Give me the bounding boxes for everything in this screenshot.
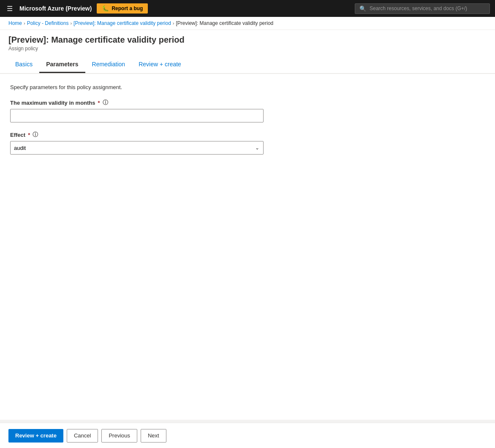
- effect-group: Effect * ⓘ audit deny disabled ⌄: [10, 131, 485, 155]
- app-title: Microsoft Azure (Preview): [19, 5, 92, 12]
- tab-review-create[interactable]: Review + create: [132, 57, 188, 73]
- max-validity-required: *: [98, 100, 100, 106]
- max-validity-label: The maximum validity in months * ⓘ: [10, 99, 485, 106]
- breadcrumb-preview-manage[interactable]: [Preview]: Manage certificate validity p…: [73, 20, 171, 26]
- topbar: ☰ Microsoft Azure (Preview) 🐛 Report a b…: [0, 0, 495, 17]
- effect-label: Effect * ⓘ: [10, 131, 485, 138]
- tab-parameters[interactable]: Parameters: [39, 57, 85, 73]
- bug-icon: 🐛: [102, 5, 109, 12]
- breadcrumb-policy-definitions[interactable]: Policy - Definitions: [27, 20, 69, 26]
- main-content: Specify parameters for this policy assig…: [0, 73, 495, 420]
- form-description: Specify parameters for this policy assig…: [10, 84, 485, 90]
- effect-info-icon[interactable]: ⓘ: [33, 131, 38, 138]
- max-validity-input[interactable]: [10, 109, 264, 122]
- tab-basics[interactable]: Basics: [8, 57, 39, 73]
- max-validity-group: The maximum validity in months * ⓘ: [10, 99, 485, 122]
- page-title: [Preview]: Manage certificate validity p…: [8, 35, 487, 45]
- breadcrumb-separator-1: ›: [24, 21, 25, 26]
- search-icon: 🔍: [359, 5, 366, 12]
- breadcrumb: Home › Policy - Definitions › [Preview]:…: [0, 17, 495, 30]
- search-box[interactable]: 🔍: [355, 3, 490, 14]
- breadcrumb-separator-3: ›: [173, 21, 174, 26]
- page-header: [Preview]: Manage certificate validity p…: [0, 30, 495, 73]
- effect-required: *: [28, 132, 30, 138]
- tab-bar: Basics Parameters Remediation Review + c…: [8, 57, 487, 73]
- tab-remediation[interactable]: Remediation: [85, 57, 132, 73]
- report-bug-button[interactable]: 🐛 Report a bug: [97, 3, 148, 14]
- breadcrumb-home[interactable]: Home: [8, 20, 22, 26]
- effect-select-wrapper: audit deny disabled ⌄: [10, 141, 264, 155]
- page-subtitle: Assign policy: [8, 46, 487, 52]
- hamburger-menu-icon[interactable]: ☰: [5, 3, 14, 14]
- effect-select[interactable]: audit deny disabled: [10, 141, 264, 155]
- max-validity-info-icon[interactable]: ⓘ: [103, 99, 108, 106]
- breadcrumb-separator-2: ›: [70, 21, 72, 26]
- search-input[interactable]: [370, 5, 485, 11]
- breadcrumb-current: [Preview]: Manage certificate validity p…: [176, 20, 274, 26]
